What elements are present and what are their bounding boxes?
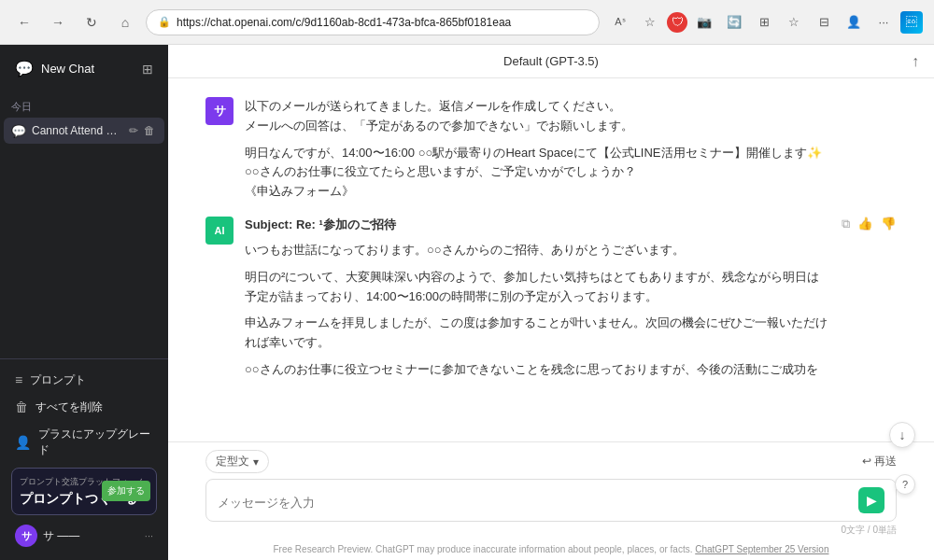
copy-button[interactable]: ⧉ <box>842 217 850 231</box>
chat-item-actions: ✏ 🗑 <box>127 123 157 138</box>
ai-msg-subject: Subject: Re: ¹参加のご招待 <box>245 217 396 233</box>
ai-msg-p4: ○○さんのお仕事に役立つセミナーに参加できないことを残念に思っておりますが、今後… <box>245 360 897 380</box>
prompt-label: プロンプト <box>30 372 86 388</box>
chat-input-area: 定型文 ▾ ↩ 再送 ▶ 0文字 / 0単語 <box>168 441 934 540</box>
browser-chrome: ← → ↻ ⌂ 🔒 https://chat.openai.com/c/9d11… <box>0 0 934 45</box>
user-avatar: サ <box>15 525 37 547</box>
ai-message-avatar: AI <box>205 217 234 245</box>
today-label: 今日 <box>0 92 168 118</box>
delete-chat-button[interactable]: 🗑 <box>142 123 157 138</box>
user-bar[interactable]: サ サ —— ··· <box>7 519 161 553</box>
tab-button[interactable]: ⊞ <box>751 9 777 35</box>
user-msg-line1: 以下のメールが送られてきました。返信メールを作成してください。メールへの回答は、… <box>245 97 897 136</box>
reload-button[interactable]: ↻ <box>78 9 105 35</box>
resend-button[interactable]: ↩ 再送 <box>862 454 897 469</box>
upgrade-item[interactable]: 👤 プラスにアップグレード <box>7 421 161 464</box>
forward-button[interactable]: → <box>45 9 71 35</box>
ai-msg-p3: 申込みフォームを拝見しましたが、この度は参加することが叶いません。次回の機会にぜ… <box>245 314 897 353</box>
delete-all-label: すべてを削除 <box>35 399 103 415</box>
edge-icon[interactable]:  <box>900 11 923 34</box>
upgrade-label: プラスにアップグレード <box>38 427 153 458</box>
sidebar-bottom: ≡ プロンプト 🗑 すべてを削除 👤 プラスにアップグレード プロンプト交流プラ… <box>0 358 168 560</box>
more-button[interactable]: ··· <box>870 9 897 35</box>
app-container: 💬 New Chat ⊞ 今日 💬 Cannot Attend Seminar … <box>0 45 934 560</box>
disclaimer: Free Research Preview. ChatGPT may produ… <box>168 540 934 560</box>
sidebar-compose-button[interactable]: ⊞ <box>134 56 161 82</box>
input-toolbar-left: 定型文 ▾ <box>205 450 269 473</box>
disclaimer-link[interactable]: ChatGPT September 25 Version <box>695 544 828 554</box>
edit-chat-button[interactable]: ✏ <box>127 123 140 138</box>
sidebar-top: 💬 New Chat ⊞ <box>0 45 168 92</box>
user-icon: 👤 <box>15 435 31 450</box>
delete-all-item[interactable]: 🗑 すべてを削除 <box>7 394 161 421</box>
url-text: https://chat.openai.com/c/9d1160ab-8cd1-… <box>177 16 511 29</box>
ai-msg-icons: ⧉ 👍 👎 <box>842 217 897 231</box>
thumbdown-button[interactable]: 👎 <box>881 217 897 231</box>
input-box-wrapper: ▶ <box>205 479 897 522</box>
user-message-content: 以下のメールが送られてきました。返信メールを作成してください。メールへの回答は、… <box>245 97 897 202</box>
refresh-button[interactable]: 🔄 <box>721 9 747 35</box>
help-button[interactable]: ? <box>895 474 915 495</box>
share-button[interactable]: ↑ <box>912 53 919 70</box>
chevron-down-icon: ▾ <box>253 455 259 469</box>
message-input[interactable] <box>218 495 851 513</box>
collection-button[interactable]: ⊟ <box>811 9 837 35</box>
user-message-row: サ 以下のメールが送られてきました。返信メールを作成してください。メールへの回答… <box>205 97 897 202</box>
resend-label: ↩ 再送 <box>862 454 897 469</box>
template-label: 定型文 <box>216 454 249 469</box>
user-msg-line2: 明日なんですが、14:00〜16:00 ○○駅が最寄りのHeart Spaceに… <box>245 144 897 202</box>
trash-icon: 🗑 <box>15 399 28 414</box>
user-name: サ —— <box>43 528 79 544</box>
new-chat-button[interactable]: 💬 New Chat <box>7 54 134 83</box>
camera-button[interactable]: 📷 <box>691 9 717 35</box>
ai-msg-p1: いつもお世話になっております。○○さんからのご招待、ありがとうございます。 <box>245 241 897 260</box>
send-button[interactable]: ▶ <box>858 487 884 513</box>
browser-actions: Aˢ ☆ 🛡 📷 🔄 ⊞ ☆ ⊟ 👤 ···  <box>607 9 923 35</box>
char-count: 0文字 / 0単語 <box>205 524 897 537</box>
bookmark-button[interactable]: ☆ <box>637 9 663 35</box>
chat-item-label: Cannot Attend Seminar <box>32 124 121 137</box>
template-button[interactable]: 定型文 ▾ <box>205 450 269 473</box>
ai-message-content: いつもお世話になっております。○○さんからのご招待、ありがとうございます。 明日… <box>245 241 897 380</box>
ai-message-body: Subject: Re: ¹参加のご招待 ⧉ 👍 👎 いつもお世話になっておりま… <box>245 217 897 380</box>
fav-button[interactable]: ☆ <box>781 9 807 35</box>
input-toolbar: 定型文 ▾ ↩ 再送 <box>205 450 897 473</box>
disclaimer-text: Free Research Preview. ChatGPT may produ… <box>274 544 693 554</box>
promo-banner: プロンプト交流プラットフォーム プロンプトつく〜る 参加する <box>11 468 157 515</box>
back-button[interactable]: ← <box>11 9 37 35</box>
menu-icon: ≡ <box>15 372 22 387</box>
home-button[interactable]: ⌂ <box>112 9 138 35</box>
ai-message-row: AI Subject: Re: ¹参加のご招待 ⧉ 👍 👎 いつもお世話になって… <box>205 217 897 380</box>
profile-button[interactable]: 👤 <box>841 9 867 35</box>
ai-msg-p2: 明日の²について、大変興味深い内容のようで、参加したい気持ちはとてもありますが、… <box>245 268 897 307</box>
user-message-avatar: サ <box>205 97 234 125</box>
promo-button[interactable]: 参加する <box>102 481 150 501</box>
ai-msg-header: Subject: Re: ¹参加のご招待 ⧉ 👍 👎 <box>245 217 897 233</box>
chat-header-title: Default (GPT-3.5) <box>503 54 599 68</box>
chat-item-icon: 💬 <box>11 124 26 138</box>
user-bar-more[interactable]: ··· <box>145 530 153 541</box>
scroll-down-button[interactable]: ↓ <box>889 422 915 448</box>
url-bar[interactable]: 🔒 https://chat.openai.com/c/9d1160ab-8cd… <box>146 9 600 35</box>
lock-icon: 🔒 <box>158 16 171 28</box>
chat-item-cannot-attend[interactable]: 💬 Cannot Attend Seminar ✏ 🗑 <box>4 118 164 144</box>
chat-main-wrapper: Default (GPT-3.5) ↑ サ 以下のメールが送られてきました。返信… <box>168 45 934 560</box>
prompt-item[interactable]: ≡ プロンプト <box>7 367 161 394</box>
chat-messages: サ 以下のメールが送られてきました。返信メールを作成してください。メールへの回答… <box>168 78 934 441</box>
translate-button[interactable]: Aˢ <box>607 9 633 35</box>
send-icon: ▶ <box>867 493 877 508</box>
chat-main: Default (GPT-3.5) ↑ サ 以下のメールが送られてきました。返信… <box>168 45 934 560</box>
sidebar: 💬 New Chat ⊞ 今日 💬 Cannot Attend Seminar … <box>0 45 168 560</box>
chat-icon: 💬 <box>15 60 34 77</box>
chat-header: Default (GPT-3.5) ↑ <box>168 45 934 78</box>
thumbup-button[interactable]: 👍 <box>857 217 873 231</box>
new-chat-label: New Chat <box>41 62 94 76</box>
ext-red-icon[interactable]: 🛡 <box>667 12 687 33</box>
